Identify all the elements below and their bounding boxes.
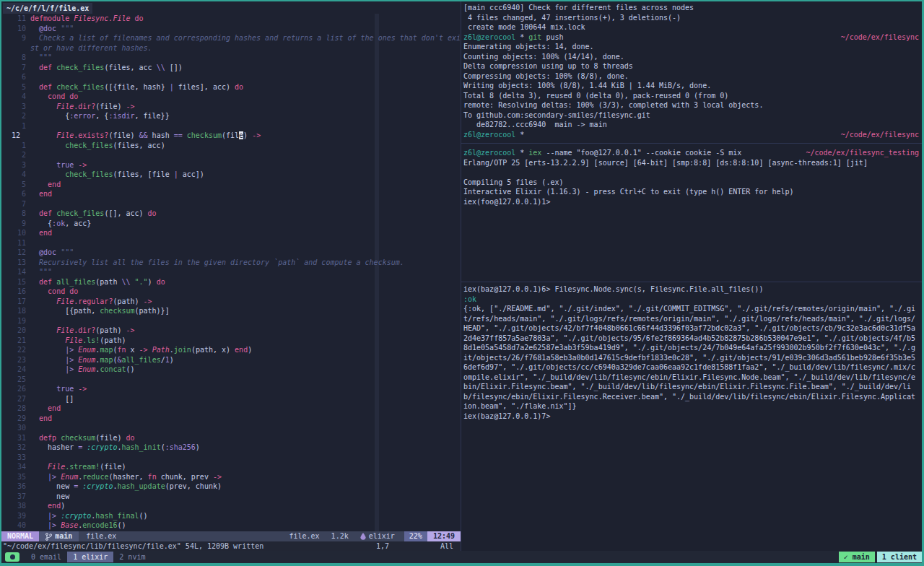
line-number: 2 [1, 150, 30, 160]
tmux-window-elixir[interactable]: 1 elixir [67, 552, 113, 562]
line-number: 5 [1, 82, 30, 92]
code-line: 29 end [1, 414, 461, 424]
code-area[interactable]: 11defmodule Filesync.File do10 @doc """9… [1, 14, 461, 531]
line-number: 3 [1, 102, 30, 112]
branch-name: main [55, 531, 72, 541]
statusline-right-filename: file.ex [289, 531, 319, 541]
code-line: 7 def check_files(files, acc \\ []) [1, 63, 461, 73]
code-line: 11 [1, 238, 461, 248]
line-number: 22 [1, 345, 30, 355]
terminal-line: iex(baz@127.0.0.1)7> [463, 412, 919, 422]
terminal-line: Erlang/OTP 25 [erts-13.2.2.9] [source] [… [463, 158, 919, 168]
code-line: 5 def check_files([{file, hash} | files]… [1, 82, 461, 92]
cwd-path: ~/code/ex/filesync [841, 32, 919, 43]
terminal-line: :ok [463, 295, 919, 305]
line-number: 23 [1, 355, 30, 365]
tmux-git-status: ✓ main [839, 552, 875, 562]
session-indicator-badge[interactable] [5, 552, 19, 562]
terminal-pane-git[interactable]: [main ccc6940] Check for different files… [461, 1, 922, 143]
terminal-line: Counting objects: 100% (14/14), done. [463, 52, 919, 62]
code-line: 5 end [1, 180, 461, 190]
line-number: 35 [1, 472, 30, 482]
terminal-line: iex(foo@127.0.0.1)1> [463, 197, 919, 207]
line-number: 9 [1, 219, 30, 229]
code-line: 2 [1, 150, 461, 160]
terminal-line: {:ok, ["./README.md", "./.git/index", ".… [463, 304, 919, 412]
line-number: 36 [1, 482, 30, 492]
code-line: 22 |> Enum.map(fn x -> Path.join(path, x… [1, 345, 461, 355]
terminal-line: Interactive Elixir (1.16.3) - press Ctrl… [463, 187, 919, 197]
line-number: 5 [1, 180, 30, 190]
code-line: st or have different hashes. [1, 43, 461, 53]
code-line: 6 [1, 72, 461, 82]
code-line: 32 hasher = :crypto.hash_init(:sha256) [1, 443, 461, 453]
code-line: 7 [1, 199, 461, 209]
code-line: 2 {:error, {:isdir, file}} [1, 111, 461, 121]
ruler-scroll: All [389, 541, 461, 551]
filetype-label: elixir [369, 531, 395, 541]
code-line: 37 new [1, 492, 461, 502]
line-number: 8 [1, 209, 30, 219]
ruler-position: 1,7 [376, 541, 389, 551]
code-line: 19 [1, 316, 461, 326]
line-number: 40 [1, 521, 30, 531]
terminal-line: Writing objects: 100% (8/8), 1.44 KiB | … [463, 81, 919, 91]
terminal-column: [main ccc6940] Check for different files… [461, 1, 922, 551]
tmux-window-nvim[interactable]: 2 nvim [113, 552, 151, 562]
code-line: 10 end [1, 228, 461, 238]
code-line: 33 [1, 453, 461, 463]
statusline-filename: file.ex [86, 531, 116, 541]
code-line: 40 |> Base.encode16() [1, 521, 461, 531]
line-number: 6 [1, 189, 30, 199]
code-line: 4 cond do [1, 92, 461, 102]
line-number: 32 [1, 443, 30, 453]
editor-pane[interactable]: ~/c/e/f/l/f/file.ex 11defmodule Filesync… [1, 1, 461, 551]
line-number: 4 [1, 170, 30, 180]
line-number: 2 [1, 111, 30, 121]
line-number: 30 [1, 423, 30, 433]
line-number: 11 [1, 238, 30, 248]
code-line: 3 File.dir?(file) -> [1, 102, 461, 112]
line-number: 12 [1, 131, 30, 141]
code-line: 36 new = :crypto.hash_update(prev, chunk… [1, 482, 461, 492]
cwd-path: ~/code/ex/filesync_testing [806, 148, 919, 158]
line-number: 10 [1, 24, 30, 34]
winbar-path: ~/c/e/f/l/f/file.ex [3, 3, 92, 14]
terminal-pane-iex-foo[interactable]: z6l@zerocool * iex --name "foo@127.0.0.1… [461, 144, 922, 282]
code-line: 27 [] [1, 394, 461, 404]
code-line: 15 def all_files(path \\ ".") do [1, 277, 461, 287]
code-line: 20 File.dir?(path) -> [1, 326, 461, 336]
line-number: 3 [1, 160, 30, 170]
line-number: 7 [1, 63, 30, 73]
terminal-line: remote: Resolving deltas: 100% (3/3), co… [463, 100, 919, 110]
code-line: 30 [1, 423, 461, 433]
mode-indicator: NORMAL [1, 531, 39, 541]
line-number: 19 [1, 316, 30, 326]
cwd-path: ~/code/ex/filesync [841, 130, 919, 140]
line-number: 11 [1, 14, 30, 24]
line-number: 18 [1, 306, 30, 316]
code-line: 26 true -> [1, 384, 461, 394]
line-number: 29 [1, 414, 30, 424]
terminal-line: z6l@zerocool * git push~/code/ex/filesyn… [463, 32, 919, 43]
code-line: 13 Recursively list all the files in the… [1, 258, 461, 268]
code-line: 34 File.stream!(file) [1, 462, 461, 472]
code-line: 18 [{path, checksum(path)}] [1, 306, 461, 316]
line-number: 33 [1, 453, 30, 463]
code-line: 25 [1, 375, 461, 385]
line-number: 14 [1, 267, 30, 277]
terminal-line: Enumerating objects: 14, done. [463, 42, 919, 52]
filetype-segment: elixir [360, 531, 395, 541]
panes-row: ~/c/e/f/l/f/file.ex 11defmodule Filesync… [1, 1, 922, 551]
line-number: 25 [1, 375, 30, 385]
winbar: ~/c/e/f/l/f/file.ex [1, 1, 461, 14]
terminal-line: Compiling 5 files (.ex) [463, 178, 919, 188]
code-line: 12 File.exists?(file) && hash == checksu… [1, 131, 461, 141]
line-number: 8 [1, 53, 30, 63]
code-line: 23 |> Enum.map(&all_files/1) [1, 355, 461, 365]
tmux-window-email[interactable]: 0 email [25, 552, 67, 562]
line-number: 31 [1, 433, 30, 443]
line-number: 12 [1, 248, 30, 258]
terminal-pane-iex-baz[interactable]: iex(baz@127.0.0.1)6> Filesync.Node.sync(… [461, 282, 922, 551]
code-line: 35 |> Enum.reduce(hasher, fn chunk, prev… [1, 472, 461, 482]
